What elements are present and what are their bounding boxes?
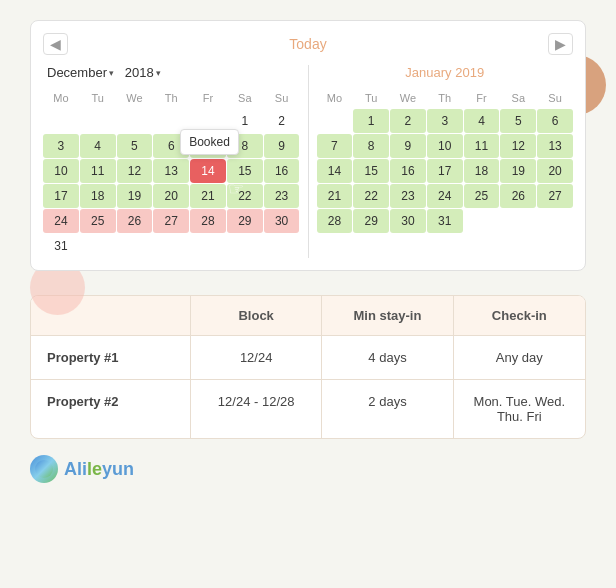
day-cell[interactable]: 10 — [427, 134, 463, 158]
day-cell[interactable]: 13 — [537, 134, 573, 158]
table-data-cell: Any day — [454, 336, 585, 379]
day-cell[interactable]: 18 — [80, 184, 116, 208]
svg-point-0 — [35, 460, 53, 478]
day-cell[interactable]: 10 — [43, 159, 79, 183]
day-cell[interactable]: 5 — [117, 134, 153, 158]
day-cell[interactable]: 29 — [227, 209, 263, 233]
day-header: Tu — [80, 88, 116, 108]
day-cell[interactable]: 12 — [117, 159, 153, 183]
day-cell[interactable]: 4 — [464, 109, 500, 133]
dec-month-label: December — [47, 65, 107, 80]
january-calendar: January 2019 MoTuWeThFrSaSu1234567891011… — [317, 65, 574, 258]
day-cell[interactable]: 14 — [317, 159, 353, 183]
day-cell[interactable]: 14Booked☞ — [190, 159, 226, 183]
dec-month-arrow: ▾ — [109, 68, 114, 78]
day-cell[interactable]: 30 — [390, 209, 426, 233]
day-cell[interactable]: 29 — [353, 209, 389, 233]
dec-day-grid: MoTuWeThFrSaSu1234567891011121314Booked☞… — [43, 88, 300, 258]
day-cell[interactable]: 19 — [117, 184, 153, 208]
footer-logo: Alileyun — [30, 455, 586, 483]
calendar-container: ◀ Today ▶ December ▾ 2018 ▾ — [30, 20, 586, 271]
day-cell[interactable]: 5 — [500, 109, 536, 133]
day-cell[interactable]: 2 — [264, 109, 300, 133]
day-cell[interactable]: 15 — [353, 159, 389, 183]
day-cell[interactable]: 21 — [190, 184, 226, 208]
dec-year-dropdown[interactable]: 2018 ▾ — [125, 65, 161, 80]
day-cell[interactable]: 23 — [390, 184, 426, 208]
day-cell[interactable]: 31 — [427, 209, 463, 233]
day-cell[interactable]: 20 — [537, 159, 573, 183]
day-cell — [317, 109, 353, 133]
day-cell[interactable]: 16 — [390, 159, 426, 183]
day-cell — [190, 234, 226, 258]
day-cell[interactable]: 25 — [80, 209, 116, 233]
day-cell — [80, 234, 116, 258]
col-checkin: Check-in — [454, 296, 585, 335]
day-cell[interactable]: 7 — [317, 134, 353, 158]
day-cell[interactable]: 11 — [464, 134, 500, 158]
december-calendar: December ▾ 2018 ▾ MoTuWeThFrSaSu12345678… — [43, 65, 300, 258]
day-cell[interactable]: 9 — [390, 134, 426, 158]
dec-year-label: 2018 — [125, 65, 154, 80]
day-cell[interactable]: 3 — [427, 109, 463, 133]
calendar-divider — [308, 65, 309, 258]
day-cell[interactable]: 11 — [80, 159, 116, 183]
day-cell[interactable]: 15 — [227, 159, 263, 183]
day-header: We — [117, 88, 153, 108]
day-cell[interactable]: 4 — [80, 134, 116, 158]
day-header: Th — [153, 88, 189, 108]
day-header: Fr — [464, 88, 500, 108]
dec-month-dropdown[interactable]: December ▾ — [47, 65, 114, 80]
day-cell[interactable]: 16 — [264, 159, 300, 183]
table-row: Property #112/244 daysAny day — [31, 336, 585, 380]
day-cell[interactable]: 26 — [500, 184, 536, 208]
property-name-cell: Property #2 — [31, 380, 191, 438]
day-cell[interactable]: 8 — [353, 134, 389, 158]
day-cell[interactable]: 13 — [153, 159, 189, 183]
next-month-button[interactable]: ▶ — [548, 33, 573, 55]
table-data-cell: 12/24 — [191, 336, 322, 379]
day-cell[interactable]: 21 — [317, 184, 353, 208]
day-cell[interactable]: 20 — [153, 184, 189, 208]
day-cell[interactable]: 26 — [117, 209, 153, 233]
table-row: Property #212/24 - 12/282 daysMon. Tue. … — [31, 380, 585, 438]
table-data-cell: Mon. Tue. Wed. Thu. Fri — [454, 380, 585, 438]
day-cell[interactable]: 3 — [43, 134, 79, 158]
property-name-cell: Property #1 — [31, 336, 191, 379]
day-cell[interactable]: 27 — [153, 209, 189, 233]
day-cell[interactable]: 24 — [427, 184, 463, 208]
day-header: Su — [537, 88, 573, 108]
day-cell[interactable]: 25 — [464, 184, 500, 208]
day-cell[interactable]: 24 — [43, 209, 79, 233]
prev-month-button[interactable]: ◀ — [43, 33, 68, 55]
day-cell[interactable]: 28 — [317, 209, 353, 233]
day-cell[interactable]: 27 — [537, 184, 573, 208]
day-cell — [117, 234, 153, 258]
day-cell[interactable]: 22 — [227, 184, 263, 208]
day-cell[interactable]: 12 — [500, 134, 536, 158]
day-cell[interactable]: 22 — [353, 184, 389, 208]
booked-tooltip: Booked — [180, 129, 239, 155]
day-header: We — [390, 88, 426, 108]
day-cell[interactable]: 9 — [264, 134, 300, 158]
day-cell[interactable]: 28 — [190, 209, 226, 233]
day-cell[interactable]: 2 — [390, 109, 426, 133]
day-cell[interactable]: 31 — [43, 234, 79, 258]
day-cell — [117, 109, 153, 133]
day-cell[interactable]: 23 — [264, 184, 300, 208]
day-cell — [264, 234, 300, 258]
day-cell[interactable]: 30 — [264, 209, 300, 233]
day-cell[interactable]: 6 — [537, 109, 573, 133]
calendars-wrapper: December ▾ 2018 ▾ MoTuWeThFrSaSu12345678… — [43, 65, 573, 258]
dec-year-arrow: ▾ — [156, 68, 161, 78]
today-label[interactable]: Today — [289, 36, 326, 52]
day-cell[interactable]: 19 — [500, 159, 536, 183]
day-cell[interactable]: 1 — [353, 109, 389, 133]
day-cell[interactable]: 17 — [43, 184, 79, 208]
day-cell[interactable]: 17 — [427, 159, 463, 183]
col-block: Block — [191, 296, 322, 335]
day-cell[interactable]: 18 — [464, 159, 500, 183]
day-cell — [464, 209, 500, 233]
day-header: Mo — [43, 88, 79, 108]
table-header-row: Block Min stay-in Check-in — [31, 296, 585, 336]
